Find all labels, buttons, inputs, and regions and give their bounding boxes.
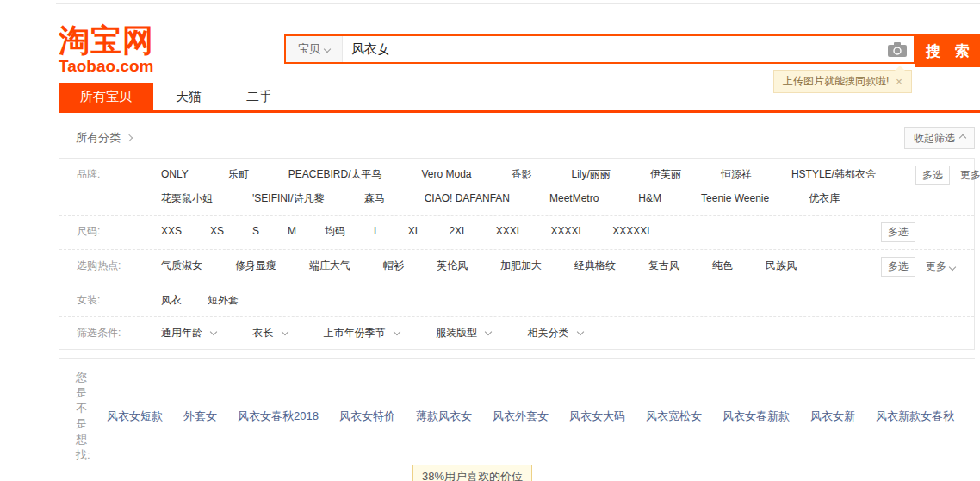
search-button[interactable]: 搜 索	[915, 34, 980, 67]
chevron-down-icon	[949, 263, 956, 270]
collapse-filters-label: 收起筛选	[914, 131, 955, 146]
brand-multiselect-button[interactable]: 多选	[915, 166, 950, 185]
hotspot-option[interactable]: 帽衫	[383, 259, 404, 273]
hotspot-option[interactable]: 英伦风	[437, 259, 468, 273]
womens-option[interactable]: 风衣	[161, 293, 182, 308]
filter-row-brand: 品牌: ONLY 乐町 PEACEBIRD/太平鸟 Vero Moda 香影 L…	[59, 159, 974, 216]
dropdown-style[interactable]: 服装版型	[436, 326, 491, 340]
brand-option[interactable]: Teenie Weenie	[701, 191, 769, 206]
dropdown-length[interactable]: 衣长	[252, 326, 287, 340]
result-tabs: 所有宝贝 天猫 二手	[59, 83, 295, 110]
taobao-logo[interactable]: 淘宝网 Taobao.com	[59, 24, 231, 75]
hotspot-option[interactable]: 纯色	[712, 259, 733, 273]
filter-row-womens: 女装: 风衣 短外套	[59, 284, 974, 317]
suggestion-link[interactable]: 风衣女春秋2018	[238, 409, 319, 424]
brand-option[interactable]: 伊芙丽	[650, 167, 681, 182]
hotspot-option[interactable]: 加肥加大	[500, 259, 542, 273]
brand-option[interactable]: 花栗鼠小姐	[161, 191, 213, 206]
size-option[interactable]: 2XL	[449, 224, 467, 239]
brand-option[interactable]: MeetMetro	[549, 191, 599, 206]
tab-tmall[interactable]: 天猫	[153, 83, 224, 110]
chevron-down-icon	[576, 328, 583, 335]
brand-option[interactable]: 恒源祥	[721, 167, 752, 182]
dropdown-age[interactable]: 通用年龄	[161, 326, 216, 340]
more-label: 更多	[926, 259, 946, 274]
size-actions: 多选	[881, 216, 974, 249]
suggestion-link[interactable]: 风衣女大码	[569, 409, 625, 424]
filter-label-womens: 女装:	[59, 284, 161, 316]
size-option[interactable]: XXXXL	[550, 224, 584, 239]
size-option[interactable]: XL	[408, 224, 421, 239]
suggestion-link[interactable]: 薄款风衣女	[416, 409, 472, 424]
breadcrumb-label: 所有分类	[76, 130, 121, 146]
filter-row-conditions: 筛选条件: 通用年龄 衣长 上市年份季节 服装版型	[59, 317, 974, 349]
brand-option[interactable]: 乐町	[228, 167, 249, 182]
hotspot-multiselect-button[interactable]: 多选	[881, 257, 915, 277]
suggestion-link[interactable]: 风衣外套女	[493, 409, 549, 424]
dropdown-related[interactable]: 相关分类	[527, 326, 582, 340]
search-input[interactable]	[343, 36, 881, 62]
brand-option[interactable]: 优衣库	[809, 191, 840, 206]
chevron-down-icon	[210, 328, 217, 335]
collapse-filters-button[interactable]: 收起筛选	[904, 127, 975, 149]
hotspot-option[interactable]: 修身显瘦	[235, 259, 276, 273]
size-option[interactable]: XXXXXL	[612, 224, 653, 239]
brand-options: ONLY 乐町 PEACEBIRD/太平鸟 Vero Moda 香影 Lily/…	[161, 159, 915, 215]
brand-option[interactable]: 香影	[512, 167, 532, 182]
brand-option[interactable]: H&M	[638, 191, 661, 206]
suggestion-link[interactable]: 风衣女春新款	[723, 409, 790, 424]
suggestion-link[interactable]: 风衣女短款	[107, 409, 163, 424]
condition-dropdowns: 通用年龄 衣长 上市年份季节 服装版型 相关分类	[161, 317, 881, 349]
hotspot-options: 气质淑女 修身显瘦 端庄大气 帽衫 英伦风 加肥加大 经典格纹 复古风 纯色 民…	[161, 250, 881, 282]
hotspot-option[interactable]: 民族风	[766, 259, 797, 273]
size-option[interactable]: XS	[210, 224, 224, 239]
chevron-up-icon	[959, 134, 966, 141]
suggestion-link[interactable]: 风衣宽松女	[646, 409, 702, 424]
toolbar-row: 所有分类 收起筛选	[59, 127, 975, 149]
dropdown-label: 衣长	[252, 327, 273, 339]
womens-actions	[881, 284, 974, 298]
size-option[interactable]: XXS	[161, 224, 182, 239]
brand-option[interactable]: CIAO! DAFANFAN	[425, 191, 510, 206]
tab-secondhand[interactable]: 二手	[224, 83, 295, 110]
brand-option[interactable]: Vero Moda	[421, 167, 471, 182]
suggestion-link[interactable]: 风衣新款女春秋	[876, 409, 954, 424]
dropdown-label: 服装版型	[436, 327, 477, 339]
hotspot-option[interactable]: 经典格纹	[574, 259, 616, 273]
hotspot-option[interactable]: 复古风	[648, 259, 679, 273]
size-option[interactable]: S	[252, 224, 259, 239]
image-search-camera-icon[interactable]	[881, 36, 914, 62]
filter-label-size: 尺码:	[59, 216, 161, 247]
search-category-select[interactable]: 宝贝	[286, 36, 343, 62]
hotspot-option[interactable]: 端庄大气	[309, 259, 350, 273]
chevron-right-icon	[126, 134, 133, 141]
suggestion-link[interactable]: 风衣女新	[810, 409, 855, 424]
suggestion-link[interactable]: 外套女	[183, 409, 217, 424]
size-multiselect-button[interactable]: 多选	[881, 222, 915, 242]
dropdown-season[interactable]: 上市年份季节	[324, 326, 400, 340]
logo-en-text: Taobao.com	[59, 58, 231, 75]
womens-option[interactable]: 短外套	[208, 293, 239, 308]
search-suggestions: 您是不是想找: 风衣女短款 外套女 风衣女春秋2018 风衣女特价 薄款风衣女 …	[59, 358, 975, 475]
breadcrumb[interactable]: 所有分类	[76, 130, 132, 146]
hotspot-more-link[interactable]: 更多	[926, 259, 955, 274]
brand-more-link[interactable]: 更多	[960, 168, 980, 183]
size-option[interactable]: M	[288, 224, 296, 239]
brand-option[interactable]: 森马	[364, 191, 385, 206]
hotspot-option[interactable]: 气质淑女	[161, 259, 202, 273]
filter-label-conditions: 筛选条件:	[59, 317, 161, 349]
tab-all-items[interactable]: 所有宝贝	[59, 83, 153, 110]
brand-option[interactable]: ONLY	[161, 167, 189, 182]
suggestion-link[interactable]: 风衣女特价	[339, 409, 395, 424]
brand-option[interactable]: 'SEIFINI/诗凡黎	[252, 191, 325, 206]
brand-option[interactable]: PEACEBIRD/太平鸟	[288, 167, 382, 182]
brand-option[interactable]: Lily/丽丽	[572, 167, 611, 182]
size-option[interactable]: 均码	[325, 224, 345, 239]
main-content: 所有分类 收起筛选 品牌: ONLY 乐町 PEACEBIRD/太平鸟 Vero…	[59, 113, 975, 481]
womens-options: 风衣 短外套	[161, 284, 881, 316]
size-option[interactable]: XXXL	[496, 224, 523, 239]
close-icon[interactable]: ×	[896, 75, 902, 88]
camera-icon	[888, 42, 907, 57]
brand-option[interactable]: HSTYLE/韩都衣舍	[791, 167, 876, 182]
size-option[interactable]: L	[374, 224, 380, 239]
